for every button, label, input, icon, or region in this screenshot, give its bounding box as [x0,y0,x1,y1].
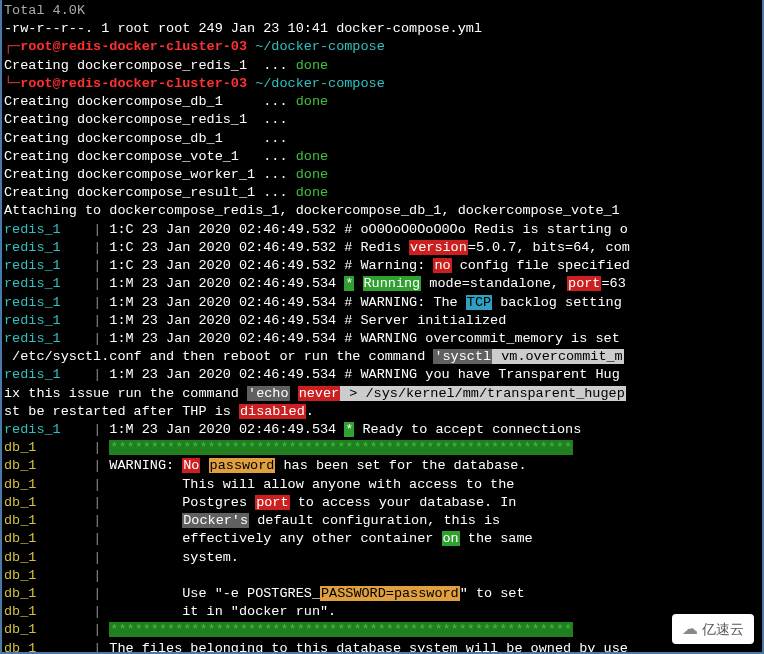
db-warn-2: db_1 | This will allow anyone with acces… [4,476,760,494]
redis-line-2: redis_1 | 1:C 23 Jan 2020 02:46:49.532 #… [4,257,760,275]
db-warn-7: db_1 | [4,567,760,585]
prompt-2: └─root@redis-docker-cluster-03 ~/docker-… [4,75,760,93]
db-warn-9: db_1 | it in "docker run". [4,603,760,621]
db-warn-1: db_1 | WARNING: No password has been set… [4,457,760,475]
prompt-1: ┌─root@redis-docker-cluster-03 ~/docker-… [4,38,760,56]
creating-2: Creating dockercompose_db_1 ... done [4,93,760,111]
ls-line: -rw-r--r--. 1 root root 249 Jan 23 10:41… [4,20,760,38]
cloud-icon: ☁ [682,618,698,640]
creating-5: Creating dockercompose_vote_1 ... done [4,148,760,166]
redis-line-4: redis_1 | 1:M 23 Jan 2020 02:46:49.534 #… [4,294,760,312]
echo-line: ix this issue run the command 'echo neve… [4,385,760,403]
watermark-text: 亿速云 [702,620,744,639]
db-warn-6: db_1 | system. [4,549,760,567]
db-files-1: db_1 | The files belonging to this datab… [4,640,760,654]
db-warn-8: db_1 | Use "-e POSTGRES_PASSWORD=passwor… [4,585,760,603]
total-line: Total 4.0K [4,2,760,20]
db-warn-3: db_1 | Postgres port to access your data… [4,494,760,512]
redis-line-1: redis_1 | 1:C 23 Jan 2020 02:46:49.532 #… [4,239,760,257]
sysctl-line: /etc/sysctl.conf and then reboot or run … [4,348,760,366]
db-warn-5: db_1 | effectively any other container o… [4,530,760,548]
redis-warn2: redis_1 | 1:M 23 Jan 2020 02:46:49.534 #… [4,366,760,384]
restart-line: st be restarted after THP is disabled. [4,403,760,421]
creating-3: Creating dockercompose_redis_1 ... [4,111,760,129]
creating-6: Creating dockercompose_worker_1 ... done [4,166,760,184]
attaching-line: Attaching to dockercompose_redis_1, dock… [4,202,760,220]
redis-ready: redis_1 | 1:M 23 Jan 2020 02:46:49.534 *… [4,421,760,439]
watermark: ☁ 亿速云 [672,614,754,644]
db-stars-2: db_1 | *********************************… [4,621,760,639]
creating-1: Creating dockercompose_redis_1 ... done [4,57,760,75]
creating-7: Creating dockercompose_result_1 ... done [4,184,760,202]
creating-4: Creating dockercompose_db_1 ... [4,130,760,148]
db-warn-4: db_1 | Docker's default configuration, t… [4,512,760,530]
redis-line-6: redis_1 | 1:M 23 Jan 2020 02:46:49.534 #… [4,330,760,348]
redis-line-0: redis_1 | 1:C 23 Jan 2020 02:46:49.532 #… [4,221,760,239]
redis-line-5: redis_1 | 1:M 23 Jan 2020 02:46:49.534 #… [4,312,760,330]
db-stars-1: db_1 | *********************************… [4,439,760,457]
redis-line-3: redis_1 | 1:M 23 Jan 2020 02:46:49.534 *… [4,275,760,293]
